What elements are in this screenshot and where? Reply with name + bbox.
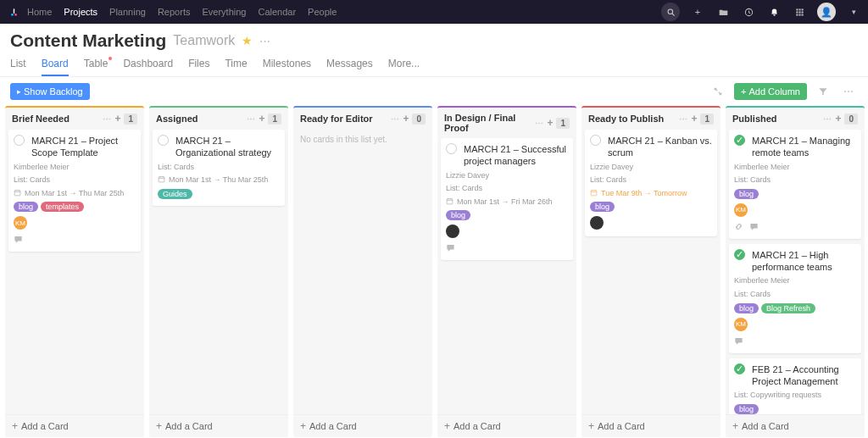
comment-icon[interactable] — [734, 336, 744, 347]
column-add-icon[interactable]: + — [259, 113, 264, 125]
project-header: Content Marketing Teamwork ★ ⋯ — [0, 24, 868, 51]
comment-icon[interactable] — [446, 243, 456, 253]
card[interactable]: MARCH 21 – Successful project managersLi… — [441, 138, 573, 260]
check-icon[interactable]: ✓ — [734, 135, 745, 146]
add-card-label: Add a Card — [21, 421, 69, 431]
check-icon[interactable] — [158, 135, 169, 146]
card-assignee: Kimberlee Meier — [734, 275, 856, 286]
tab-table[interactable]: Table — [84, 58, 108, 76]
nav-reports[interactable]: Reports — [158, 7, 191, 17]
add-card-button[interactable]: +Add a Card — [581, 414, 721, 437]
svg-rect-6 — [796, 8, 798, 10]
tag[interactable]: blog — [734, 404, 759, 414]
apps-icon[interactable] — [792, 4, 807, 19]
check-icon[interactable] — [14, 135, 25, 146]
tab-milestones[interactable]: Milestones — [263, 58, 311, 76]
avatar[interactable]: KM — [14, 216, 27, 230]
column-more-icon[interactable]: ⋯ — [535, 119, 543, 128]
nav-people[interactable]: People — [308, 7, 337, 17]
tab-list[interactable]: List — [10, 58, 26, 76]
tab-dashboard[interactable]: Dashboard — [123, 58, 173, 76]
filter-icon[interactable] — [814, 82, 832, 101]
card-assignee: Lizzie Davey — [590, 162, 712, 173]
search-icon[interactable] — [661, 3, 680, 21]
column-more-icon[interactable]: ⋯ — [391, 114, 399, 124]
card-avatars — [590, 216, 712, 230]
card[interactable]: ✓FEB 21 – Accounting Project ManagementL… — [729, 358, 861, 414]
card-tags: blogBlog Refresh — [734, 303, 856, 313]
nav-home[interactable]: Home — [27, 7, 52, 17]
star-icon[interactable]: ★ — [242, 34, 253, 47]
nav-planning[interactable]: Planning — [109, 7, 146, 17]
tag[interactable]: Guides — [158, 189, 192, 199]
tag[interactable]: blog — [14, 202, 38, 212]
avatar[interactable] — [590, 216, 604, 230]
team-name: Teamwork — [173, 33, 235, 48]
tab-files[interactable]: Files — [188, 58, 209, 76]
board-toolbar: ▸Show Backlog +Add Column ⋯ — [0, 77, 868, 106]
svg-point-1 — [14, 13, 17, 15]
check-icon[interactable]: ✓ — [734, 363, 745, 374]
add-card-button[interactable]: +Add a Card — [726, 414, 865, 437]
column-add-icon[interactable]: + — [403, 113, 409, 125]
column-more-icon[interactable]: ⋯ — [679, 114, 687, 124]
user-avatar[interactable]: 👤 — [817, 3, 836, 21]
column-add-icon[interactable]: + — [835, 113, 841, 125]
column-in-design-final-proof: In Design / Final Proof⋯+1MARCH 21 – Suc… — [437, 106, 576, 437]
tag[interactable]: blog — [590, 202, 615, 212]
tag[interactable]: templates — [41, 202, 84, 212]
tab-messages[interactable]: Messages — [326, 58, 373, 76]
tag[interactable]: blog — [734, 303, 759, 313]
card[interactable]: MARCH 21 – Organizational strategyList: … — [153, 130, 285, 206]
header-more-icon[interactable]: ⋯ — [259, 35, 270, 47]
folder-icon[interactable] — [715, 4, 731, 19]
board: Brief Needed⋯+1MARCH 21 – Project Scope … — [0, 106, 868, 437]
card[interactable]: MARCH 21 – Kanban vs. scrumLizzie DaveyL… — [585, 130, 717, 236]
avatar[interactable]: KM — [734, 203, 748, 217]
link-icon[interactable] — [734, 222, 744, 232]
tab-time[interactable]: Time — [225, 58, 247, 76]
more-icon[interactable]: ⋯ — [839, 82, 858, 101]
column-more-icon[interactable]: ⋯ — [103, 114, 111, 124]
nav-projects[interactable]: Projects — [64, 7, 97, 17]
column-more-icon[interactable]: ⋯ — [247, 114, 255, 124]
add-card-button[interactable]: +Add a Card — [5, 414, 144, 437]
nav-everything[interactable]: Everything — [202, 7, 246, 17]
comment-icon[interactable] — [14, 235, 24, 245]
card[interactable]: MARCH 21 – Project Scope TemplateKimberl… — [8, 130, 141, 252]
column-more-icon[interactable]: ⋯ — [823, 114, 832, 124]
bell-icon[interactable] — [766, 4, 782, 19]
svg-rect-11 — [801, 11, 803, 13]
svg-rect-19 — [159, 177, 164, 182]
avatar[interactable] — [446, 225, 459, 238]
app-logo[interactable] — [7, 5, 20, 19]
add-card-button[interactable]: +Add a Card — [437, 414, 576, 437]
comment-icon[interactable] — [749, 222, 760, 232]
tab-more[interactable]: More... — [388, 58, 420, 76]
tag[interactable]: Blog Refresh — [761, 303, 815, 313]
column-add-icon[interactable]: + — [691, 113, 697, 125]
card[interactable]: ✓MARCH 21 – High performance teamsKimber… — [729, 244, 861, 353]
column-add-icon[interactable]: + — [547, 117, 553, 129]
plus-icon[interactable]: + — [690, 4, 705, 19]
clock-icon[interactable] — [741, 4, 756, 19]
avatar[interactable]: KM — [734, 318, 748, 331]
tag[interactable]: blog — [446, 210, 470, 220]
add-card-button[interactable]: +Add a Card — [149, 414, 288, 437]
tag[interactable]: blog — [734, 189, 759, 199]
add-card-label: Add a Card — [598, 421, 645, 431]
card-tags: blog — [734, 404, 856, 414]
plus-icon: + — [156, 420, 162, 432]
add-column-button[interactable]: +Add Column — [734, 83, 807, 100]
collapse-icon[interactable] — [709, 82, 727, 101]
show-backlog-button[interactable]: ▸Show Backlog — [10, 83, 90, 100]
add-card-button[interactable]: +Add a Card — [293, 414, 432, 437]
tab-board[interactable]: Board — [42, 58, 69, 76]
check-icon[interactable] — [446, 143, 457, 154]
check-icon[interactable] — [590, 135, 601, 146]
chevron-down-icon[interactable]: ▾ — [846, 4, 861, 19]
check-icon[interactable]: ✓ — [734, 249, 745, 260]
card[interactable]: ✓MARCH 21 – Managing remote teamsKimberl… — [729, 130, 861, 239]
column-add-icon[interactable]: + — [114, 113, 120, 125]
nav-calendar[interactable]: Calendar — [258, 7, 296, 17]
